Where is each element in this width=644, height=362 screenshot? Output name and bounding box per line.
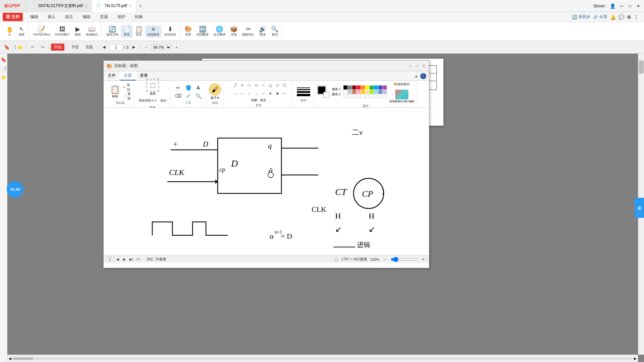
scroll-thumb-vertical[interactable] [639, 60, 644, 74]
color-indigo[interactable] [378, 85, 382, 89]
color-pink[interactable] [357, 90, 361, 94]
color-custom6[interactable] [365, 94, 369, 98]
fulltext-translate-button[interactable]: 🌐 全文翻译 [211, 25, 227, 38]
pencil-button[interactable]: ✏ [173, 84, 183, 92]
color-custom7[interactable] [370, 94, 374, 98]
status-last-page[interactable]: ▶| [128, 256, 134, 262]
zoom-out-drawing[interactable]: − [382, 256, 388, 262]
settings-icon[interactable]: ⚙ [627, 14, 631, 20]
notification-icon[interactable]: 🔔 [610, 14, 616, 20]
compress-button[interactable]: 📦 压缩 [228, 25, 239, 38]
paste-button[interactable]: 📋 粘贴 [108, 83, 122, 100]
pdf2-close-icon[interactable]: ✕ [129, 4, 132, 7]
color-purple[interactable] [383, 85, 387, 89]
ribbon-protect[interactable]: 保护 [115, 13, 127, 21]
ribbon-convert[interactable]: 转换 [133, 13, 145, 21]
color-custom9[interactable] [378, 94, 382, 98]
close-button[interactable]: ✕ [635, 4, 641, 8]
color-darkred[interactable] [352, 85, 356, 89]
color-orange[interactable] [361, 85, 365, 89]
status-prev-page[interactable]: ◀ [115, 256, 120, 262]
color-black[interactable] [343, 85, 347, 89]
brush-button[interactable]: 🖌 刷子▼ [209, 83, 221, 100]
resize-button[interactable]: 重新调整大小 [138, 97, 158, 105]
pentagon-button[interactable]: ⬠ [280, 81, 289, 89]
ribbon-edit[interactable]: 编辑 [28, 13, 40, 21]
copy-button[interactable]: 📄 复制 [122, 92, 132, 100]
hand-tool-button[interactable]: ✋ ✏ [4, 26, 15, 37]
status-next-page[interactable]: ▶ [122, 256, 127, 262]
zoom-tool-button[interactable]: 🔍 [194, 92, 203, 100]
play-button[interactable]: ▶ 播放 [72, 25, 83, 38]
color-red[interactable] [357, 85, 361, 89]
ribbon-help-button[interactable]: ? [420, 73, 426, 79]
color-custom1[interactable] [343, 94, 347, 98]
timer-bubble[interactable]: 01:49 [7, 181, 23, 198]
status-add-page[interactable]: □+ [135, 256, 141, 262]
select-tool-button[interactable]: ↖ 选择 [16, 25, 27, 38]
drawing-tab-home[interactable]: 主页 [120, 71, 136, 80]
fill-button[interactable]: 🪣 [183, 84, 193, 92]
status-page-button[interactable]: 1 [106, 256, 114, 262]
screenshot-button[interactable]: ✂ 截图对比 [240, 25, 256, 38]
share-button[interactable]: 🔗 分享 [593, 14, 607, 20]
undo-button[interactable]: ↩ [29, 44, 37, 50]
wps-menu-logo[interactable]: ☰ 文件 [3, 13, 23, 21]
color-cream[interactable] [365, 90, 369, 94]
auto-scroll-button[interactable]: ⬇ 自动滚动 [162, 25, 178, 38]
comment-icon[interactable]: 💬 [619, 14, 624, 20]
scroll-left-button[interactable]: ◀ [9, 357, 11, 360]
read-mode-button[interactable]: 📖 阅读模式 [84, 25, 100, 38]
insert-button[interactable]: 手型 [69, 44, 82, 51]
sidebar-bookmark-icon[interactable]: 🔖 [1, 57, 6, 62]
color-brown[interactable] [352, 90, 356, 94]
cut-button[interactable]: ✂ 剪切 [122, 83, 132, 92]
picker-button[interactable]: 💉 [183, 92, 193, 100]
eraser-button[interactable]: ⌫ [173, 92, 183, 100]
color-custom5[interactable] [361, 94, 365, 98]
ribbon-annotate[interactable]: 批注 [63, 13, 75, 21]
color-custom2[interactable] [348, 94, 352, 98]
use3d-button[interactable]: 使用图画3D进行编辑 [389, 89, 414, 103]
ribbon-edit2[interactable]: 编辑 [80, 13, 93, 21]
color-yellow[interactable] [365, 85, 369, 89]
zoom-in-button[interactable]: + [173, 44, 180, 50]
sync-button[interactable]: 🔄 未同步 [572, 14, 590, 20]
color-lightgray[interactable] [348, 90, 352, 94]
more-shapes-button[interactable]: ⋯ [280, 89, 289, 98]
ribbon-collapse-button[interactable]: ▲ [414, 73, 419, 79]
page-button[interactable]: 页面 [83, 44, 96, 51]
line-size-4[interactable] [297, 94, 310, 96]
new-tab-button[interactable]: + [136, 3, 145, 9]
color-gold[interactable] [361, 90, 365, 94]
color-custom8[interactable] [374, 94, 378, 98]
background-button[interactable]: 🎨 背景 [182, 25, 194, 38]
color-custom4[interactable] [357, 94, 361, 98]
next-page-button[interactable]: ▶ [130, 44, 138, 50]
edit-colors-button[interactable]: 🎨 编辑颜色 [389, 80, 414, 88]
single-page-button[interactable]: 📄 单页 [121, 25, 132, 38]
line-size-1[interactable] [297, 87, 310, 88]
drawing-canvas[interactable]: D cp q q̄ D CLK [104, 108, 429, 255]
zoom-select[interactable]: 66.7% 50% 75% 100% 125% 150% [151, 44, 171, 51]
continuous-read-button[interactable]: ≡ 连续阅读 [145, 25, 161, 38]
sidebar-star-icon[interactable]: ⭐ [1, 74, 6, 80]
zoom-in-drawing[interactable]: + [420, 256, 426, 262]
zoom-slider[interactable] [391, 257, 418, 262]
taskbar-tab-wps[interactable]: 金山PDF [0, 0, 26, 12]
search-button[interactable]: 🔍 查找 [269, 25, 280, 38]
text-button[interactable]: A [194, 84, 203, 92]
prev-page-button[interactable]: ◀ [100, 44, 108, 50]
rotate-button[interactable]: 🔄 旋转文档 [104, 25, 120, 38]
read-button[interactable]: 🔊 朗读 [257, 25, 268, 38]
pdf-to-office-button[interactable]: 📝 PDF转Office [31, 25, 52, 38]
color-blue[interactable] [374, 85, 378, 89]
double-page-button[interactable]: 📋 双页 [133, 25, 145, 38]
more-icon[interactable]: ⋮ [634, 14, 639, 20]
drawing-maximize-button[interactable]: □ [414, 63, 420, 69]
taskbar-tab-pdf2[interactable]: 📄 74LS175.pdf ✕ [92, 0, 136, 12]
scroll-right-button[interactable]: ▶ [634, 357, 637, 360]
color2-swatch[interactable] [323, 92, 329, 98]
maximize-button[interactable]: □ [628, 4, 633, 8]
taskbar-tab-pdf1[interactable]: 📄 SN74LS175中文资料.pdf ✕ [26, 0, 92, 12]
